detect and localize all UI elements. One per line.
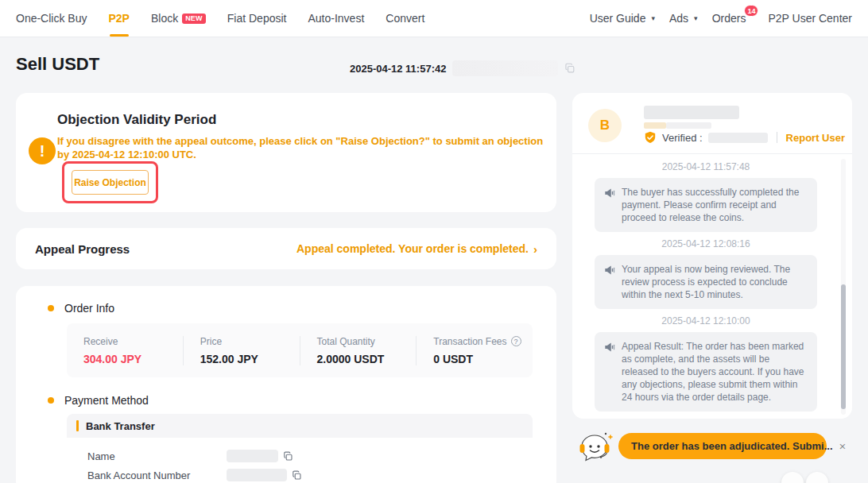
nav-p2p-user-center[interactable]: P2P User Center	[768, 0, 852, 37]
toast-text: The order has been adjudicated. Submi...	[631, 440, 833, 452]
chat-scrollbar-thumb[interactable]	[841, 284, 846, 409]
caret-down-icon: ▾	[651, 14, 655, 22]
price-label: Price	[200, 336, 300, 347]
copy-icon[interactable]	[292, 470, 302, 481]
close-icon[interactable]: ×	[839, 439, 847, 453]
system-message: Appeal Result: The order has been marked…	[595, 332, 817, 412]
warning-glyph: !	[40, 142, 45, 160]
nav-one-click-buy[interactable]: One-Click Buy	[16, 0, 87, 37]
accent-bar	[76, 420, 79, 431]
nav-block[interactable]: Block NEW	[151, 0, 206, 37]
nav-auto-invest-label: Auto-Invest	[308, 12, 364, 25]
nav-auto-invest[interactable]: Auto-Invest	[308, 0, 364, 37]
nav-left-group: One-Click Buy P2P Block NEW Fiat Deposit…	[16, 0, 424, 37]
top-nav: One-Click Buy P2P Block NEW Fiat Deposit…	[0, 0, 868, 37]
order-created-time: 2025-04-12 11:57:42	[350, 63, 446, 75]
price-value: 152.00 JPY	[200, 353, 300, 365]
payment-method-section: Payment Method	[48, 394, 149, 407]
floating-button-partial[interactable]	[806, 472, 828, 483]
appeal-status-text: Appeal completed. Your order is complete…	[296, 242, 529, 255]
chat-timestamp: 2025-04-12 12:10:00	[595, 315, 817, 327]
nav-user-guide[interactable]: User Guide ▾	[590, 0, 655, 37]
nav-p2p[interactable]: P2P	[108, 0, 129, 37]
chat-timestamp: 2025-04-12 11:57:48	[595, 161, 817, 172]
chat-panel: B Verified : Report User 2025-04-12 11:5…	[572, 93, 852, 419]
transaction-fees-value: 0 USDT	[433, 353, 533, 365]
active-tab-underline	[110, 34, 129, 37]
payment-detail-rows: Name Bank Account Number	[67, 438, 533, 482]
nav-block-label: Block	[151, 12, 178, 25]
caret-down-icon: ▾	[694, 14, 698, 22]
counterparty-header: B Verified : Report User	[572, 93, 852, 154]
appeal-progress-card: Appeal Progress Appeal completed. Your o…	[16, 228, 556, 269]
megaphone-icon	[604, 187, 615, 202]
orders-count-badge: 14	[744, 5, 758, 17]
verified-shield-icon	[644, 131, 657, 144]
nav-user-guide-label: User Guide	[590, 12, 646, 25]
bank-account-row: Bank Account Number	[87, 468, 533, 482]
nav-one-click-buy-label: One-Click Buy	[16, 12, 87, 25]
bank-account-number-label: Bank Account Number	[87, 469, 227, 481]
floating-button-partial[interactable]	[781, 472, 804, 483]
nav-orders[interactable]: Orders 14	[712, 0, 754, 37]
megaphone-icon	[604, 342, 615, 356]
message-text: The buyer has successfully completed the…	[622, 186, 808, 224]
nav-fiat-deposit-label: Fiat Deposit	[227, 12, 287, 25]
receive-value: 304.00 JPY	[83, 353, 183, 365]
counterparty-name-redacted	[644, 106, 739, 119]
nav-ads[interactable]: Ads ▾	[669, 0, 698, 37]
system-message: Your appeal is now being reviewed. The r…	[595, 255, 817, 309]
toast-notification[interactable]: The order has been adjudicated. Submi...…	[618, 433, 827, 459]
receive-label: Receive	[83, 336, 183, 347]
message-text: Your appeal is now being reviewed. The r…	[622, 263, 808, 301]
system-message: The buyer has successfully completed the…	[595, 178, 817, 232]
message-text: Appeal Result: The order has been marked…	[622, 340, 808, 404]
objection-title: Objection Validity Period	[57, 112, 216, 128]
counterparty-subinfo-redacted	[666, 122, 711, 129]
page: One-Click Buy P2P Block NEW Fiat Deposit…	[0, 0, 868, 483]
chevron-right-icon: ›	[533, 243, 537, 255]
report-user-link[interactable]: Report User	[786, 132, 845, 144]
payment-method-label: Payment Method	[64, 394, 149, 407]
support-chatbot-icon[interactable]	[575, 429, 614, 467]
nav-p2p-user-center-label: P2P User Center	[768, 12, 852, 25]
nav-convert-label: Convert	[386, 12, 424, 25]
verified-value-redacted	[708, 133, 768, 143]
nav-orders-label: Orders	[712, 12, 746, 25]
total-quantity-value: 2.0000 USDT	[317, 353, 417, 365]
bank-account-value-redacted	[227, 469, 287, 481]
nav-fiat-deposit[interactable]: Fiat Deposit	[227, 0, 287, 37]
chat-message-list: 2025-04-12 11:57:48 The buyer has succes…	[572, 154, 852, 419]
order-info-section: Order Info	[48, 302, 114, 315]
raise-objection-button[interactable]: Raise Objection	[72, 170, 149, 195]
name-value-redacted	[227, 450, 278, 462]
name-label: Name	[87, 450, 227, 462]
avatar[interactable]: B	[588, 109, 622, 142]
bullet-dot-icon	[48, 397, 54, 404]
copy-icon[interactable]	[564, 63, 575, 74]
verified-label: Verified :	[662, 132, 703, 144]
order-info-box: Receive 304.00 JPY Price 152.00 JPY Tota…	[67, 323, 533, 377]
total-quantity-label: Total Quantity	[317, 336, 417, 347]
price-field: Price 152.00 JPY	[183, 336, 300, 365]
transaction-fees-label: Transaction Fees	[433, 336, 506, 347]
page-title: Sell USDT	[16, 54, 99, 75]
total-quantity-field: Total Quantity 2.0000 USDT	[300, 336, 417, 365]
help-icon[interactable]: ?	[511, 336, 521, 346]
nav-ads-label: Ads	[669, 12, 688, 25]
warning-icon: !	[29, 137, 56, 164]
chat-timestamp: 2025-04-12 12:08:16	[595, 238, 817, 249]
nav-convert[interactable]: Convert	[386, 0, 424, 37]
verified-row: Verified : Report User	[644, 131, 845, 144]
objection-description: If you disagree with the appeal outcome,…	[57, 134, 552, 161]
order-meta: 2025-04-12 11:57:42	[350, 60, 575, 76]
megaphone-icon	[604, 265, 615, 279]
order-info-label: Order Info	[64, 302, 114, 315]
payment-method-box: Bank Transfer Name Bank Account Number	[67, 414, 533, 483]
bank-transfer-label: Bank Transfer	[86, 420, 155, 432]
appeal-status-link[interactable]: Appeal completed. Your order is complete…	[296, 242, 537, 255]
name-row: Name	[87, 449, 533, 463]
nav-p2p-label: P2P	[108, 12, 129, 25]
bullet-dot-icon	[48, 305, 54, 311]
copy-icon[interactable]	[283, 451, 293, 462]
